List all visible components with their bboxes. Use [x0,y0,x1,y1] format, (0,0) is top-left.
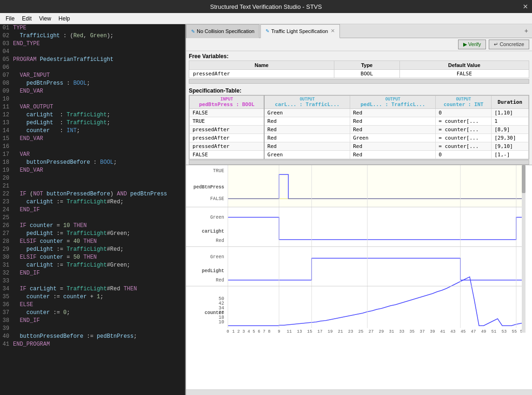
table-cell: [29,30] [492,134,529,142]
code-token: pedLight [27,230,53,237]
line-content: VAR_OUTPUT [13,103,185,111]
line-number: 17 [0,151,13,159]
x-label-53: 53 [502,329,507,333]
table-cell: = counter[... [436,142,492,151]
code-token: TrafficLight [66,286,106,292]
toolbar: ▶ Verify ↵ Concretize [186,38,532,51]
code-line: 29 pedLight := TrafficLight#Red; [0,246,185,254]
code-token: INT [66,127,77,134]
fv-header-name: Name [189,61,334,70]
verify-button[interactable]: ▶ Verify [458,40,486,49]
line-number: 11 [0,103,13,111]
code-token [13,104,20,110]
code-token: ELSIF [20,254,36,261]
line-content: counter := counter + 1; [13,293,185,301]
code-token: buttonPressedBefore [47,191,110,197]
content-area: Free Variables: Name Type Default Value … [186,51,532,395]
code-line: 02 TrafficLight : (Red, Green); [0,32,185,40]
spec-hscrollbar[interactable] [189,160,529,165]
table-row: FALSEGreenRed0[1,-] [190,151,529,159]
line-content: IF (NOT buttonPressedBefore) AND pedBtnP… [13,190,185,198]
right-panel: ✎ No Collision Specification ✎ Traffic L… [186,24,532,395]
line-number: 05 [0,56,13,64]
table-cell: = counter[... [436,134,492,142]
code-token [13,127,27,134]
vscrollbar-thumb[interactable] [522,165,525,193]
code-token [13,191,20,197]
code-token: = [63,238,73,245]
menu-view[interactable]: View [35,14,55,23]
tab-collision-spec[interactable]: ✎ No Collision Specification [186,24,259,38]
code-token: := [50,294,63,300]
line-content: END_VAR [13,167,185,174]
code-token: carLight [27,112,53,118]
menu-help[interactable]: Help [55,14,74,23]
table-cell: FALSE [190,151,265,159]
x-label-41: 41 [440,329,446,333]
code-token [13,159,27,166]
code-token: counter [27,127,50,134]
fv-hscrollbar[interactable] [189,79,529,84]
code-token: ; [86,80,90,87]
chart-label-green2: Green [210,254,224,260]
table-cell: Green [264,151,350,159]
tab-traffic-light-spec[interactable]: ✎ Traffic Light Specification ✕ [260,24,340,38]
x-label-25: 25 [359,329,364,333]
code-token: END_IF [20,317,40,324]
chart-svg: TRUE pedBtnPress FALSE Green carLight Re… [186,165,525,333]
code-line: 37 counter := 0; [0,309,185,317]
table-cell: [1,10] [492,109,529,117]
line-content: END_IF [13,206,185,214]
line-number: 34 [0,285,13,293]
code-line: 35 counter := counter + 1; [0,293,185,301]
chart-scroll[interactable]: TRUE pedBtnPress FALSE Green carLight Re… [186,165,532,389]
chart-label-green1: Green [210,215,224,220]
code-token: := [53,230,66,237]
chart-label-carlight: carLight [202,229,224,234]
code-line: 38 END_IF [0,317,185,325]
line-content [13,325,185,333]
tab-close-traffic[interactable]: ✕ [331,28,335,34]
code-token: : [50,127,66,134]
code-token: #Red; [107,246,124,253]
line-content: counter : INT; [13,127,185,135]
line-number: 03 [0,40,13,48]
code-token: ); [107,33,113,39]
close-button[interactable]: ✕ [523,3,528,10]
table-cell: Red [350,109,436,117]
line-number: 25 [0,214,13,222]
line-number: 24 [0,206,13,214]
line-content: END_PROGRAM [13,341,185,348]
menu-edit[interactable]: Edit [18,14,35,23]
line-content: ELSIF counter = 50 THEN [13,254,185,261]
code-token: TYPE [13,25,27,31]
line-number: 08 [0,80,13,87]
table-cell: [8,9] [492,126,529,134]
x-label-39: 39 [430,329,435,333]
code-token: ; [66,309,70,316]
code-line: 11 VAR_OUTPUT [0,103,185,111]
chart-area: TRUE pedBtnPress FALSE Green carLight Re… [186,165,532,395]
menu-file[interactable]: File [2,14,18,23]
table-row: pressedAfterRedRed= counter[...[9,10] [190,142,529,151]
code-line: 28 ELSIF counter = 40 THEN [0,238,185,246]
table-cell: Green [264,109,350,117]
line-number: 18 [0,159,13,167]
line-number: 06 [0,64,13,72]
code-token [13,246,27,253]
code-token: BOOL [100,159,113,166]
line-number: 16 [0,143,13,151]
x-label-13: 13 [297,329,302,333]
chart-bottom-scrollbar[interactable] [186,389,532,395]
code-line: 09 END_VAR [0,87,185,95]
line-number: 09 [0,87,13,95]
concretize-button[interactable]: ↵ Concretize [489,40,529,49]
spec-table-container[interactable]: INPUT pedBtnPress : BOOL OUTPUT carL... … [189,95,529,160]
code-token: , [83,33,90,39]
code-token: AND [117,191,127,197]
code-editor[interactable]: 01TYPE02 TrafficLight : (Red, Green);03E… [0,24,186,395]
table-cell: pressedAfter [190,126,265,134]
add-tab-button[interactable]: + [521,27,532,36]
line-number: 31 [0,261,13,269]
line-content: pedLight : TrafficLight; [13,119,185,127]
